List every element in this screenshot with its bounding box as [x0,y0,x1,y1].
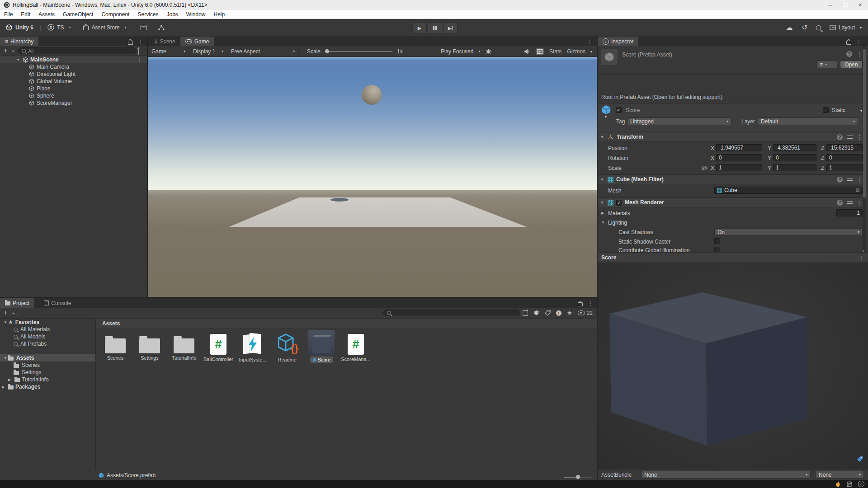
preview-header[interactable]: Score ⋮ [598,252,868,263]
menu-assets[interactable]: Assets [34,11,59,18]
window-maximize-button[interactable] [837,0,853,10]
metrics-toggle[interactable] [536,48,544,55]
scale-slider-track[interactable] [329,51,392,52]
tree-folder-tutorialinfo[interactable]: ▶ TutorialInfo [0,376,104,383]
scale-y-field[interactable]: 1 [773,164,816,171]
menu-window[interactable]: Window [182,11,210,18]
tab-scene[interactable]: # Scene [150,37,180,46]
step-button[interactable]: ▶ [443,22,458,34]
tab-console[interactable]: Console [39,298,76,308]
project-search-input[interactable] [383,310,520,316]
game-viewport[interactable] [148,57,597,297]
layer-dropdown[interactable]: Default▾ [758,117,858,125]
foldout-open-icon[interactable]: ▼ [4,356,8,360]
bake-notification-icon[interactable] [835,481,841,487]
tab-game[interactable]: Game [180,37,214,46]
assetbundle-dropdown[interactable]: None▾ [641,471,811,479]
favorites-star-icon[interactable]: ★ [567,310,572,316]
transform-header[interactable]: ▼ Transform ?⋮ [598,132,865,142]
hierarchy-item-plane[interactable]: Plane [0,85,147,92]
scrollbar-thumb[interactable] [863,49,866,198]
cloud-icon[interactable]: ☁ [786,23,793,32]
rotation-z-field[interactable]: 0 [826,154,863,161]
kebab-icon[interactable]: ⋮ [137,38,143,45]
unity-version-button[interactable]: Unity 6 [15,24,33,31]
import-log-icon[interactable]: ! [556,310,561,316]
menu-edit[interactable]: Edit [17,11,34,18]
lighting-foldout[interactable]: ▼ Lighting [598,218,865,227]
gizmos-dropdown[interactable]: Gizmos▾ [567,48,592,55]
kebab-icon[interactable]: ⋮ [857,199,863,206]
help-icon[interactable]: ? [837,134,843,140]
presets-icon[interactable] [847,177,853,182]
tree-packages[interactable]: ▶ Packages [0,383,97,390]
game-panel-kebab-icon[interactable]: ⋮ [586,38,592,45]
asset-item-inputsystem[interactable]: InputSyste... [236,332,269,362]
presets-icon[interactable] [847,200,853,205]
audio-mute-icon[interactable] [524,49,530,54]
foldout-open-icon[interactable]: ▼ [600,201,605,205]
help-icon[interactable]: ? [837,200,843,206]
renderer-enabled-checkbox[interactable]: ✓ [616,200,622,206]
foldout-open-icon[interactable]: ▼ [601,221,606,225]
menu-jobs[interactable]: Jobs [162,11,182,18]
search-icon[interactable] [816,25,821,30]
icon-chevron[interactable]: ▾ [605,115,607,119]
tab-hierarchy[interactable]: ≡ Hierarchy [0,37,38,46]
collab-icon[interactable] [158,24,165,31]
tree-folder-scenes[interactable]: Scenes [0,361,109,369]
account-dropdown[interactable]: TS [57,24,64,31]
mesh-renderer-header[interactable]: ▼ ✓ Mesh Renderer ?⋮ [598,197,865,207]
tree-all-models[interactable]: All Models [0,333,109,340]
asset-labels-icon[interactable] [856,455,863,463]
foldout-closed-icon[interactable]: ▶ [2,385,6,389]
window-minimize-button[interactable] [822,0,837,10]
lock-icon[interactable] [846,41,851,45]
presets-icon[interactable] [847,135,853,140]
thumbnail-size-slider[interactable] [564,475,592,479]
prefab-overrides-dropdown[interactable]: ≡▾ [816,61,837,68]
aspect-dropdown[interactable]: Free Aspect▾ [227,46,299,56]
tab-inspector[interactable]: i Inspector [598,37,638,46]
object-picker-icon[interactable]: ⊙ [855,187,860,193]
package-manager-icon[interactable] [140,24,147,31]
assetbundle-variant-dropdown[interactable]: None▾ [816,471,864,479]
add-object-button[interactable]: + [4,47,7,54]
play-focused-dropdown[interactable]: Play Focused▾ [441,48,481,55]
asset-item-readme[interactable]: {} Readme [271,332,303,362]
materials-count-field[interactable]: 1 [836,209,863,216]
scene-kebab-icon[interactable]: ⋮ [137,56,142,63]
progress-check-icon[interactable]: ✓ [858,481,864,487]
inspector-scrollbar[interactable]: ▾ [863,46,866,252]
foldout-closed-icon[interactable]: ▶ [8,378,13,382]
kebab-icon[interactable]: ⋮ [859,254,864,261]
window-close-button[interactable]: × [853,0,868,10]
search-by-label-icon[interactable] [545,310,551,316]
display-dropdown[interactable]: Display 1▾ [189,46,227,56]
tree-all-materials[interactable]: All Materials [0,326,109,333]
position-z-field[interactable]: -15.62915 [826,144,863,151]
mesh-object-field[interactable]: Cube ⊙ [714,187,863,194]
lock-icon[interactable] [578,302,583,306]
kebab-icon[interactable]: ⋮ [857,51,863,57]
kebab-icon[interactable]: ⋮ [857,176,863,183]
scale-x-field[interactable]: 1 [716,164,762,171]
constrain-proportions-icon[interactable] [702,165,707,171]
history-icon[interactable]: ↺ [802,23,807,32]
help-icon[interactable]: ? [837,177,843,183]
kebab-icon[interactable]: ⋮ [857,134,863,141]
foldout-closed-icon[interactable]: ▶ [601,211,606,215]
menu-component[interactable]: Component [97,11,133,18]
game-mode-dropdown[interactable]: Game▾ [148,46,189,56]
scale-z-field[interactable]: 1 [826,164,863,171]
open-prefab-button[interactable]: Open [840,61,863,68]
materials-row[interactable]: ▶ Materials 1 [598,209,865,218]
position-x-field[interactable]: -1.949557 [716,144,762,151]
foldout-open-icon[interactable]: ▼ [600,135,605,139]
asset-store-dropdown[interactable]: Asset Store [92,24,120,31]
menu-gameobject[interactable]: GameObject [59,11,97,18]
pause-button[interactable] [428,22,442,34]
hierarchy-item-global-volume[interactable]: Global Volume [0,78,147,85]
foldout-open-icon[interactable]: ▼ [600,178,605,182]
play-button[interactable]: ▶ [412,22,427,34]
